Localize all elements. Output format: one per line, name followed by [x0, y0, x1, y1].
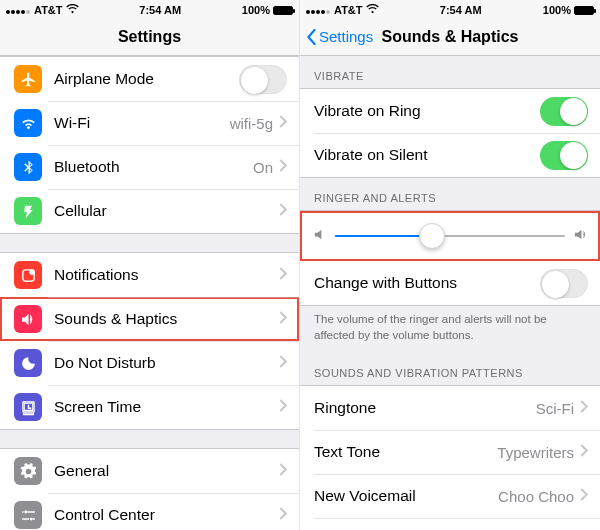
row-label: Notifications [54, 266, 279, 284]
volume-slider[interactable] [335, 235, 565, 237]
chevron-right-icon [279, 310, 287, 328]
row-label: Bluetooth [54, 158, 253, 176]
battery-pct: 100% [242, 4, 270, 16]
chevron-right-icon [279, 506, 287, 524]
row-label: Change with Buttons [314, 274, 540, 292]
row-vibrate-on-ring[interactable]: Vibrate on Ring [300, 89, 600, 133]
sound-row[interactable]: New MailBamboo [300, 518, 600, 530]
controlcenter-icon [14, 501, 42, 529]
settings-root-pane: AT&T 7:54 AM 100% Settings Airplane Mode… [0, 0, 300, 530]
status-bar: AT&T 7:54 AM 100% [300, 0, 600, 18]
chevron-right-icon [580, 443, 588, 461]
chevron-right-icon [279, 266, 287, 284]
chevron-right-icon [279, 354, 287, 372]
notifications-icon [14, 261, 42, 289]
row-change-with-buttons[interactable]: Change with Buttons [300, 261, 600, 305]
signal-icon [6, 4, 31, 16]
row-value: Sci-Fi [536, 400, 574, 417]
chevron-left-icon [306, 29, 317, 45]
row-label: Sounds & Haptics [54, 310, 279, 328]
row-vibrate-on-silent[interactable]: Vibrate on Silent [300, 133, 600, 177]
volume-high-icon [573, 227, 588, 246]
cellular-icon [14, 197, 42, 225]
group-footer-ringer: The volume of the ringer and alerts will… [300, 306, 600, 353]
chevron-right-icon [279, 158, 287, 176]
row-label: Ringtone [314, 399, 536, 417]
row-label: General [54, 462, 279, 480]
settings-row-wifi[interactable]: Wi-Fiwifi-5g [0, 101, 299, 145]
switch-airplane[interactable] [239, 65, 287, 94]
volume-low-icon [312, 227, 327, 246]
svg-point-1 [29, 269, 35, 275]
navbar: Settings Sounds & Haptics [300, 18, 600, 56]
chevron-right-icon [580, 399, 588, 417]
switch-vibrate-ring[interactable] [540, 97, 588, 126]
settings-row-notifications[interactable]: Notifications [0, 253, 299, 297]
settings-row-sounds[interactable]: Sounds & Haptics [0, 297, 299, 341]
ringer-volume-slider-row[interactable] [300, 211, 600, 261]
screentime-icon [14, 393, 42, 421]
settings-row-cellular[interactable]: Cellular [0, 189, 299, 233]
navbar: Settings [0, 18, 299, 56]
sound-row[interactable]: New VoicemailChoo Choo [300, 474, 600, 518]
settings-row-dnd[interactable]: Do Not Disturb [0, 341, 299, 385]
row-label: Vibrate on Ring [314, 102, 540, 120]
wifi-icon [14, 109, 42, 137]
row-value: wifi-5g [230, 115, 273, 132]
svg-point-2 [24, 510, 27, 513]
settings-row-airplane[interactable]: Airplane Mode [0, 57, 299, 101]
row-value: Typewriters [497, 444, 574, 461]
battery-pct: 100% [543, 4, 571, 16]
carrier-label: AT&T [34, 4, 63, 16]
row-label: Vibrate on Silent [314, 146, 540, 164]
page-title: Settings [118, 28, 181, 46]
chevron-right-icon [279, 202, 287, 220]
switch-vibrate-silent[interactable] [540, 141, 588, 170]
settings-row-general[interactable]: General [0, 449, 299, 493]
chevron-right-icon [580, 487, 588, 505]
row-value: Choo Choo [498, 488, 574, 505]
chevron-right-icon [279, 462, 287, 480]
row-label: Control Center [54, 506, 279, 524]
group-header-ringer: RINGER AND ALERTS [300, 178, 600, 210]
sounds-haptics-pane: AT&T 7:54 AM 100% Settings Sounds & Hapt… [300, 0, 600, 530]
row-value: On [253, 159, 273, 176]
row-label: Text Tone [314, 443, 497, 461]
row-label: New Voicemail [314, 487, 498, 505]
carrier-label: AT&T [334, 4, 363, 16]
group-header-vibrate: VIBRATE [300, 56, 600, 88]
bluetooth-icon [14, 153, 42, 181]
back-label: Settings [319, 28, 373, 45]
status-bar: AT&T 7:54 AM 100% [0, 0, 299, 18]
row-label: Airplane Mode [54, 70, 239, 88]
dnd-icon [14, 349, 42, 377]
page-title: Sounds & Haptics [382, 28, 519, 46]
settings-row-screentime[interactable]: Screen Time [0, 385, 299, 429]
wifi-icon [366, 4, 379, 16]
row-label: Screen Time [54, 398, 279, 416]
airplane-icon [14, 65, 42, 93]
chevron-right-icon [279, 398, 287, 416]
signal-icon [306, 4, 331, 16]
row-label: Cellular [54, 202, 279, 220]
row-label: Wi-Fi [54, 114, 230, 132]
battery-icon [273, 6, 293, 15]
general-icon [14, 457, 42, 485]
switch-change-with-buttons[interactable] [540, 269, 588, 298]
sounds-icon [14, 305, 42, 333]
row-label: Do Not Disturb [54, 354, 279, 372]
battery-icon [574, 6, 594, 15]
settings-row-controlcenter[interactable]: Control Center [0, 493, 299, 530]
svg-point-3 [29, 517, 32, 520]
settings-row-bluetooth[interactable]: BluetoothOn [0, 145, 299, 189]
wifi-icon [66, 4, 79, 16]
clock: 7:54 AM [139, 4, 181, 16]
group-header-sounds-patterns: SOUNDS AND VIBRATION PATTERNS [300, 353, 600, 385]
clock: 7:54 AM [440, 4, 482, 16]
sound-row[interactable]: RingtoneSci-Fi [300, 386, 600, 430]
sound-row[interactable]: Text ToneTypewriters [300, 430, 600, 474]
chevron-right-icon [279, 114, 287, 132]
back-button[interactable]: Settings [306, 28, 373, 45]
